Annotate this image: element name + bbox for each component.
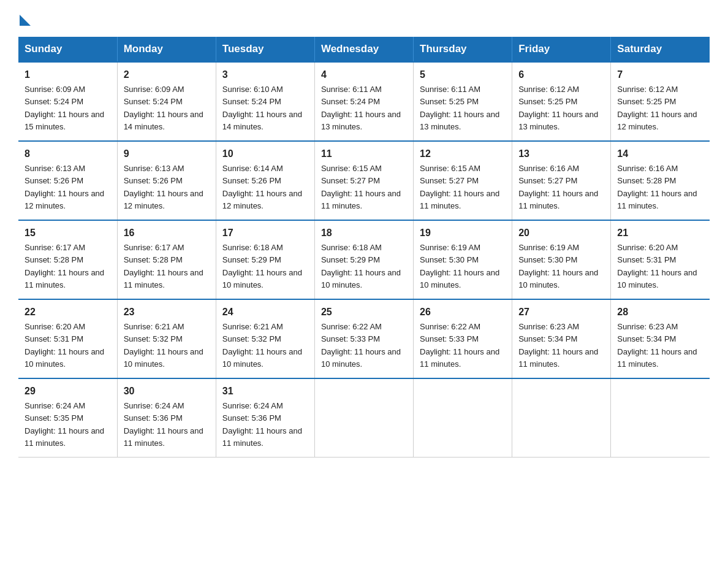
day-number: 15 xyxy=(25,226,111,240)
day-cell: 30Sunrise: 6:24 AMSunset: 5:36 PMDayligh… xyxy=(117,378,216,458)
day-info: Sunrise: 6:23 AMSunset: 5:34 PMDaylight:… xyxy=(617,322,697,369)
week-row-4: 22Sunrise: 6:20 AMSunset: 5:31 PMDayligh… xyxy=(18,299,710,378)
day-number: 1 xyxy=(25,67,111,82)
header-row: SundayMondayTuesdayWednesdayThursdayFrid… xyxy=(18,37,710,62)
day-cell xyxy=(611,378,710,458)
day-cell xyxy=(314,378,413,458)
day-number: 7 xyxy=(617,67,703,82)
day-cell: 28Sunrise: 6:23 AMSunset: 5:34 PMDayligh… xyxy=(611,299,710,378)
day-cell: 23Sunrise: 6:21 AMSunset: 5:32 PMDayligh… xyxy=(117,299,216,378)
day-cell: 3Sunrise: 6:10 AMSunset: 5:24 PMDaylight… xyxy=(216,62,314,141)
day-cell: 24Sunrise: 6:21 AMSunset: 5:32 PMDayligh… xyxy=(216,299,314,378)
day-number: 11 xyxy=(321,147,407,161)
day-info: Sunrise: 6:15 AMSunset: 5:27 PMDaylight:… xyxy=(321,164,401,210)
header-cell-friday: Friday xyxy=(512,37,611,62)
day-cell: 7Sunrise: 6:12 AMSunset: 5:25 PMDaylight… xyxy=(611,62,710,141)
day-info: Sunrise: 6:21 AMSunset: 5:32 PMDaylight:… xyxy=(222,322,302,369)
day-info: Sunrise: 6:11 AMSunset: 5:24 PMDaylight:… xyxy=(321,85,401,131)
day-info: Sunrise: 6:15 AMSunset: 5:27 PMDaylight:… xyxy=(420,164,499,210)
calendar-body: 1Sunrise: 6:09 AMSunset: 5:24 PMDaylight… xyxy=(18,62,710,458)
day-number: 27 xyxy=(518,305,604,320)
day-cell: 5Sunrise: 6:11 AMSunset: 5:25 PMDaylight… xyxy=(414,62,512,141)
day-cell: 1Sunrise: 6:09 AMSunset: 5:24 PMDaylight… xyxy=(18,62,117,141)
day-cell: 19Sunrise: 6:19 AMSunset: 5:30 PMDayligh… xyxy=(414,220,512,299)
calendar-header: SundayMondayTuesdayWednesdayThursdayFrid… xyxy=(18,37,710,62)
day-cell: 21Sunrise: 6:20 AMSunset: 5:31 PMDayligh… xyxy=(611,220,710,299)
day-number: 8 xyxy=(25,147,111,161)
week-row-3: 15Sunrise: 6:17 AMSunset: 5:28 PMDayligh… xyxy=(18,220,710,299)
day-number: 25 xyxy=(321,305,407,320)
day-cell: 2Sunrise: 6:09 AMSunset: 5:24 PMDaylight… xyxy=(117,62,216,141)
day-cell: 17Sunrise: 6:18 AMSunset: 5:29 PMDayligh… xyxy=(216,220,314,299)
day-info: Sunrise: 6:24 AMSunset: 5:36 PMDaylight:… xyxy=(124,401,203,448)
day-info: Sunrise: 6:22 AMSunset: 5:33 PMDaylight:… xyxy=(321,322,401,369)
day-number: 12 xyxy=(420,147,506,161)
day-number: 31 xyxy=(222,384,308,399)
week-row-2: 8Sunrise: 6:13 AMSunset: 5:26 PMDaylight… xyxy=(18,141,710,220)
day-info: Sunrise: 6:12 AMSunset: 5:25 PMDaylight:… xyxy=(617,85,697,131)
day-cell: 25Sunrise: 6:22 AMSunset: 5:33 PMDayligh… xyxy=(314,299,413,378)
day-number: 28 xyxy=(617,305,703,320)
day-info: Sunrise: 6:22 AMSunset: 5:33 PMDaylight:… xyxy=(420,322,499,369)
day-info: Sunrise: 6:18 AMSunset: 5:29 PMDaylight:… xyxy=(222,243,302,289)
day-number: 2 xyxy=(124,67,210,82)
day-number: 3 xyxy=(222,67,308,82)
day-cell: 14Sunrise: 6:16 AMSunset: 5:28 PMDayligh… xyxy=(611,141,710,220)
page-header xyxy=(18,12,710,26)
day-info: Sunrise: 6:21 AMSunset: 5:32 PMDaylight:… xyxy=(124,322,203,369)
day-number: 4 xyxy=(321,67,407,82)
day-info: Sunrise: 6:13 AMSunset: 5:26 PMDaylight:… xyxy=(124,164,203,210)
day-cell: 16Sunrise: 6:17 AMSunset: 5:28 PMDayligh… xyxy=(117,220,216,299)
day-number: 29 xyxy=(25,384,111,399)
day-info: Sunrise: 6:10 AMSunset: 5:24 PMDaylight:… xyxy=(222,85,302,131)
day-info: Sunrise: 6:11 AMSunset: 5:25 PMDaylight:… xyxy=(420,85,499,131)
day-info: Sunrise: 6:24 AMSunset: 5:35 PMDaylight:… xyxy=(25,401,104,448)
day-number: 18 xyxy=(321,226,407,240)
day-number: 5 xyxy=(420,67,506,82)
logo xyxy=(18,12,31,26)
day-info: Sunrise: 6:19 AMSunset: 5:30 PMDaylight:… xyxy=(420,243,499,289)
day-cell: 12Sunrise: 6:15 AMSunset: 5:27 PMDayligh… xyxy=(414,141,512,220)
header-cell-monday: Monday xyxy=(117,37,216,62)
day-info: Sunrise: 6:12 AMSunset: 5:25 PMDaylight:… xyxy=(518,85,598,131)
day-number: 23 xyxy=(124,305,210,320)
header-cell-sunday: Sunday xyxy=(18,37,117,62)
header-cell-tuesday: Tuesday xyxy=(216,37,314,62)
day-cell: 6Sunrise: 6:12 AMSunset: 5:25 PMDaylight… xyxy=(512,62,611,141)
day-info: Sunrise: 6:16 AMSunset: 5:27 PMDaylight:… xyxy=(518,164,598,210)
day-number: 6 xyxy=(518,67,604,82)
week-row-5: 29Sunrise: 6:24 AMSunset: 5:35 PMDayligh… xyxy=(18,378,710,458)
day-info: Sunrise: 6:19 AMSunset: 5:30 PMDaylight:… xyxy=(518,243,598,289)
day-number: 10 xyxy=(222,147,308,161)
day-cell: 31Sunrise: 6:24 AMSunset: 5:36 PMDayligh… xyxy=(216,378,314,458)
day-cell: 29Sunrise: 6:24 AMSunset: 5:35 PMDayligh… xyxy=(18,378,117,458)
day-cell: 26Sunrise: 6:22 AMSunset: 5:33 PMDayligh… xyxy=(414,299,512,378)
day-info: Sunrise: 6:23 AMSunset: 5:34 PMDaylight:… xyxy=(518,322,598,369)
day-cell xyxy=(512,378,611,458)
day-cell: 18Sunrise: 6:18 AMSunset: 5:29 PMDayligh… xyxy=(314,220,413,299)
day-info: Sunrise: 6:13 AMSunset: 5:26 PMDaylight:… xyxy=(25,164,104,210)
day-number: 13 xyxy=(518,147,604,161)
day-number: 24 xyxy=(222,305,308,320)
day-cell: 4Sunrise: 6:11 AMSunset: 5:24 PMDaylight… xyxy=(314,62,413,141)
header-cell-saturday: Saturday xyxy=(611,37,710,62)
day-number: 17 xyxy=(222,226,308,240)
day-number: 20 xyxy=(518,226,604,240)
header-cell-wednesday: Wednesday xyxy=(314,37,413,62)
logo-arrow-icon xyxy=(20,15,31,26)
day-info: Sunrise: 6:20 AMSunset: 5:31 PMDaylight:… xyxy=(25,322,104,369)
calendar-table: SundayMondayTuesdayWednesdayThursdayFrid… xyxy=(18,37,710,458)
day-info: Sunrise: 6:17 AMSunset: 5:28 PMDaylight:… xyxy=(124,243,203,289)
day-cell: 27Sunrise: 6:23 AMSunset: 5:34 PMDayligh… xyxy=(512,299,611,378)
day-cell: 20Sunrise: 6:19 AMSunset: 5:30 PMDayligh… xyxy=(512,220,611,299)
header-cell-thursday: Thursday xyxy=(414,37,512,62)
day-cell: 22Sunrise: 6:20 AMSunset: 5:31 PMDayligh… xyxy=(18,299,117,378)
day-number: 22 xyxy=(25,305,111,320)
day-number: 16 xyxy=(124,226,210,240)
day-cell xyxy=(414,378,512,458)
day-number: 26 xyxy=(420,305,506,320)
day-cell: 8Sunrise: 6:13 AMSunset: 5:26 PMDaylight… xyxy=(18,141,117,220)
day-info: Sunrise: 6:09 AMSunset: 5:24 PMDaylight:… xyxy=(124,85,203,131)
day-cell: 9Sunrise: 6:13 AMSunset: 5:26 PMDaylight… xyxy=(117,141,216,220)
week-row-1: 1Sunrise: 6:09 AMSunset: 5:24 PMDaylight… xyxy=(18,62,710,141)
